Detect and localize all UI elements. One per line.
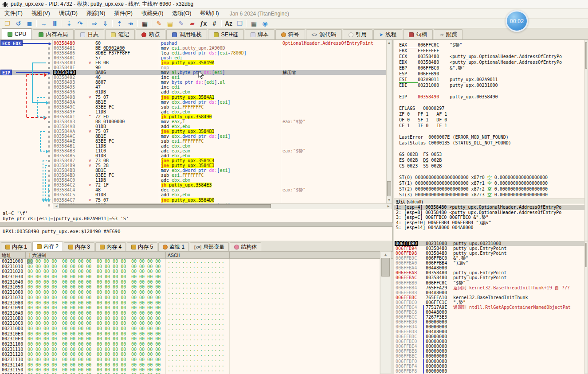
stack-row[interactable]: 006FFBB8004A8000 bbox=[394, 290, 584, 295]
memory-dump-row[interactable]: 0023105000 00 00 0000 00 00 0000 00 00 0… bbox=[0, 284, 380, 290]
memory-tab-内存 5[interactable]: 内存 5 bbox=[127, 242, 157, 251]
pause-icon[interactable]: Ⅱ bbox=[49, 19, 60, 28]
skip-icon[interactable]: ↠ bbox=[125, 19, 136, 28]
step-out-icon[interactable]: ⇡ bbox=[114, 19, 125, 28]
dump-vertical-scrollbar[interactable]: ▲ bbox=[380, 251, 391, 374]
disasm-row[interactable]: 00358481BE 0D902A00mov esi,putty_upx.2A9… bbox=[0, 46, 386, 51]
stack-argument-row[interactable]: 1: [esp+4] 00358480 <putty_upx.OptionalH… bbox=[394, 205, 588, 210]
disassembly-rows[interactable]: 0035848060pushadOptionalHeader.AddressOf… bbox=[0, 41, 386, 204]
disasm-row[interactable]: 003584B111DBadc ebx,ebx bbox=[0, 144, 386, 148]
execute-till-return-icon[interactable]: ⇒ bbox=[89, 19, 100, 28]
memory-dump-row[interactable]: 002310E000 00 00 0000 00 00 0000 00 00 0… bbox=[0, 331, 380, 337]
memory-dump-row[interactable]: 0023100000 00 00 0000 00 00 0000 00 00 0… bbox=[0, 259, 380, 264]
breakpoint-dot[interactable] bbox=[48, 116, 50, 118]
memory-tab-内存 1[interactable]: 内存 1 bbox=[1, 242, 31, 251]
stack-argument-row[interactable]: 5: [esp+14] 004A8000 004A8000 bbox=[394, 225, 588, 230]
stack-row[interactable]: 006FFBB0006FFC0C"$謺" bbox=[394, 280, 584, 285]
stack-row[interactable]: 006FFBE800000000 bbox=[394, 349, 584, 354]
tab-日志[interactable]: 日志 bbox=[74, 29, 104, 39]
disasm-row[interactable]: 0035849A8B1Emov ebx,dword ptr ds:[esi] bbox=[0, 100, 386, 105]
step-over-icon[interactable]: ↷ bbox=[74, 19, 86, 28]
tab-脚本[interactable]: 脚本 bbox=[245, 29, 274, 39]
disasm-row[interactable]: 0035848C57push edi bbox=[0, 55, 386, 60]
disasm-row[interactable]: 003584A3B8 01000000mov eax,1eax:"$謺" bbox=[0, 119, 386, 124]
tab-引用[interactable]: 引用 bbox=[343, 29, 372, 39]
stack-row[interactable]: 006FFBF800000000 bbox=[394, 369, 584, 374]
stack-row[interactable]: 006FFBA4004A8000 bbox=[394, 265, 584, 270]
menu-item-3[interactable]: 跟踪(N) bbox=[82, 9, 110, 18]
scroll-up-arrow[interactable]: ▲ bbox=[387, 41, 392, 45]
menu-item-2[interactable]: 调试(D) bbox=[55, 9, 82, 18]
open-file-icon[interactable]: ❐ bbox=[2, 19, 13, 28]
stack-row[interactable]: 006FFB9800358480putty_upx.EntryPoint bbox=[394, 251, 584, 256]
breakpoint-dot[interactable] bbox=[48, 165, 50, 167]
calculator-icon[interactable]: ▦ bbox=[248, 19, 259, 28]
stack-row[interactable]: 006FFBC8004A8000 bbox=[394, 310, 584, 315]
memory-dump-row[interactable]: 0023110000 00 00 0000 00 00 0000 00 00 0… bbox=[0, 342, 380, 347]
stack-row[interactable]: 006FFBBC765FFA10kernel32.BaseThreadInitT… bbox=[394, 295, 584, 300]
registers-panel[interactable]: EAX006FFC0C "$謺"EBXFFFFFFFF ECX00358480 … bbox=[394, 40, 588, 241]
disasm-row[interactable]: 003584BB8B1Emov ebx,dword ptr ds:[esi] bbox=[0, 168, 386, 173]
scroll-left-arrow[interactable]: ◄ bbox=[54, 204, 59, 209]
stack-row[interactable]: 006FFB9400358480putty_upx.EntryPoint bbox=[394, 246, 584, 251]
disasm-row[interactable]: 0035848DvEB 0Bjmp putty_upx.35849A bbox=[0, 60, 386, 65]
scroll-up-arrow[interactable]: ▲ bbox=[380, 253, 391, 257]
breakpoint-dot[interactable] bbox=[48, 47, 50, 50]
breakpoint-dot[interactable] bbox=[48, 175, 50, 177]
stack-argument-row[interactable]: 2: [esp+8] 00358480 <putty_upx.OptionalH… bbox=[394, 210, 588, 215]
disasm-row[interactable]: 003584C501DBadd ebx,ebx bbox=[0, 192, 386, 197]
breakpoint-dot[interactable] bbox=[48, 97, 50, 99]
disasm-row[interactable]: 003584C2v72 1Fjb putty_upx.3584E3 bbox=[0, 183, 386, 187]
stack-row[interactable]: 006FFBD000000000 bbox=[394, 319, 584, 324]
memory-dump-row[interactable]: 0023107000 00 00 0000 00 00 0000 00 00 0… bbox=[0, 295, 380, 300]
tab-SEH链[interactable]: SEH链 bbox=[208, 29, 243, 39]
menu-item-4[interactable]: 插件(P) bbox=[110, 9, 137, 18]
disasm-row[interactable]: 003584A1^72 EDjb putty_upx.358490 bbox=[0, 114, 386, 119]
restart-icon[interactable]: ↺ bbox=[13, 19, 24, 28]
scroll-thumb[interactable] bbox=[381, 258, 390, 277]
disasm-row[interactable]: 003584B9v75 28jne putty_upx.3584E3 bbox=[0, 163, 386, 168]
stack-row[interactable]: 006FFBC477517A9E返回到 ntdll.RtlGetAppConta… bbox=[394, 305, 584, 310]
tab-调用堆栈[interactable]: 调用堆栈 bbox=[166, 29, 207, 39]
memory-dump-row[interactable]: 0023104000 00 00 0000 00 00 0000 00 00 0… bbox=[0, 280, 380, 285]
scroll-thumb[interactable] bbox=[585, 42, 587, 69]
breakpoint-dot[interactable] bbox=[48, 160, 50, 162]
memory-tab-内存 3[interactable]: 内存 3 bbox=[64, 242, 94, 251]
disasm-row[interactable]: 003584AE83EE FCsub esi,FFFFFFFC bbox=[0, 139, 386, 144]
close-icon[interactable]: ◼ bbox=[24, 19, 35, 28]
scroll-right-arrow[interactable]: ► bbox=[386, 204, 391, 209]
menu-item-5[interactable]: 收藏夹(I) bbox=[137, 9, 168, 18]
memory-dump-panel[interactable]: 0023100000 00 00 0000 00 00 0000 00 00 0… bbox=[0, 259, 380, 374]
breakpoint-dot[interactable] bbox=[48, 145, 50, 148]
run-to-user-code-icon[interactable]: ⇓ bbox=[100, 19, 111, 28]
disasm-row[interactable]: 0035849547inc edi bbox=[0, 85, 386, 90]
info-pane-divider[interactable] bbox=[0, 222, 393, 227]
stack-argument-row[interactable]: 4: [esp+10] 006FFBB4 006FFBB4 ")諹v" bbox=[394, 220, 588, 226]
breakpoint-dot[interactable] bbox=[48, 121, 50, 123]
stack-argument-row[interactable]: 3: [esp+C] 006FFBC0 006FFBC0 &",謺" bbox=[394, 215, 588, 220]
memory-dump-row[interactable]: 0023108000 00 00 0000 00 00 0000 00 00 0… bbox=[0, 300, 380, 306]
tab-CPU[interactable]: CPU bbox=[2, 28, 32, 39]
stack-row[interactable]: 006FFBE000000000 bbox=[394, 339, 584, 344]
label-icon[interactable]: ✎ bbox=[176, 19, 187, 28]
stack-row[interactable]: 006FFB9000231000putty_upx.00231000 bbox=[394, 241, 584, 246]
tab-符号[interactable]: 符号 bbox=[275, 29, 305, 39]
memory-dump-row[interactable]: 0023106000 00 00 0000 00 00 0000 00 00 0… bbox=[0, 290, 380, 295]
breakpoint-dot[interactable] bbox=[48, 67, 50, 69]
memory-dump-row[interactable]: 002310F000 00 00 0000 00 00 0000 00 00 0… bbox=[0, 336, 380, 342]
run-icon[interactable]: → bbox=[38, 19, 49, 28]
memory-tab-监视 1[interactable]: 监视 1 bbox=[158, 242, 189, 251]
memory-dump-row[interactable]: 0023109000 00 00 0000 00 00 0000 00 00 0… bbox=[0, 305, 380, 311]
patch-icon[interactable]: ✎ bbox=[153, 19, 165, 28]
memory-dump-row[interactable]: 002310C000 00 00 0000 00 00 0000 00 00 0… bbox=[0, 321, 380, 326]
tab-笔记[interactable]: 笔记 bbox=[105, 29, 135, 39]
disasm-row[interactable]: 003584AC8B1Emov ebx,dword ptr ds:[esi] bbox=[0, 134, 386, 139]
internet-icon[interactable]: ◉ bbox=[259, 19, 270, 28]
stack-row[interactable]: 006FFBF400000000 bbox=[394, 364, 584, 369]
memory-dump-row[interactable]: 0023101000 00 00 0000 00 00 0000 00 00 0… bbox=[0, 264, 380, 269]
breakpoint-dot[interactable] bbox=[48, 179, 50, 182]
disasm-row[interactable]: 0035849601DBadd ebx,ebx bbox=[0, 90, 386, 94]
disasm-row[interactable]: 0035848F90nop bbox=[0, 65, 386, 70]
memory-dump-row[interactable]: 002310D000 00 00 0000 00 00 0000 00 00 0… bbox=[0, 326, 380, 331]
menu-item-7[interactable]: 帮助(H) bbox=[196, 9, 223, 18]
